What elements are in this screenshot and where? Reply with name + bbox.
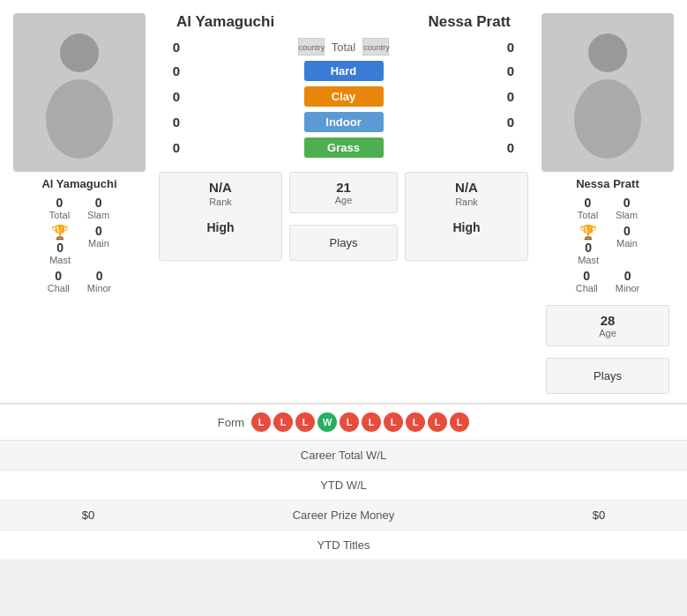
left-player-header-name: Al Yamaguchi — [176, 13, 274, 31]
indoor-surface-button[interactable]: Indoor — [304, 112, 384, 132]
ytd-titles-row: YTD Titles — [0, 531, 687, 560]
left-rank-label: Rank — [170, 197, 271, 207]
left-chall-stat: 0 Chall — [48, 269, 70, 293]
indoor-surface-btn-container: Indoor — [194, 112, 493, 132]
career-total-label: Career Total W/L — [163, 449, 524, 462]
left-country-flag: country — [298, 38, 325, 56]
right-age-label: Age — [554, 328, 661, 338]
form-badge-9: L — [428, 412, 447, 432]
right-grass-score: 0 — [493, 140, 528, 155]
right-player-header-name: Nessa Pratt — [428, 13, 511, 31]
left-total-score: 0 — [159, 40, 194, 55]
total-label: Total — [332, 41, 355, 54]
left-info-box: N/A Rank High — [159, 172, 282, 261]
ytd-titles-label: YTD Titles — [163, 538, 524, 552]
left-hard-score: 0 — [159, 63, 194, 78]
form-badges-container: L L L W L L L L L L — [251, 412, 469, 432]
right-total-score: 0 — [493, 40, 528, 55]
clay-surface-button[interactable]: Clay — [304, 86, 384, 107]
center-age-value: 21 — [297, 180, 390, 195]
right-minor-stat: 0 Minor — [616, 269, 640, 293]
right-age-value: 28 — [554, 313, 661, 328]
form-text-label: Form — [218, 416, 244, 429]
career-total-row: Career Total W/L — [0, 441, 687, 471]
right-player-name: Nessa Pratt — [576, 177, 639, 190]
center-age-box: 21 Age — [289, 172, 398, 213]
form-row: Form L L L W L L L L L L — [0, 404, 687, 441]
hard-surface-btn-container: Hard — [194, 61, 493, 81]
form-badge-3: L — [295, 412, 315, 432]
form-badge-10: L — [450, 412, 469, 432]
right-info-box: N/A Rank High — [405, 172, 528, 261]
right-slam-stat: 0 Slam — [616, 196, 638, 220]
svg-point-0 — [60, 33, 99, 72]
form-badge-1: L — [251, 412, 271, 432]
clay-surface-btn-container: Clay — [194, 86, 493, 107]
form-badge-5: L — [340, 412, 359, 432]
total-score-row: 0 country Total country 0 — [159, 38, 528, 56]
center-plays-box: Plays — [289, 225, 398, 261]
right-player-avatar — [541, 13, 674, 172]
svg-point-3 — [574, 79, 641, 159]
center-age-label: Age — [297, 195, 390, 205]
prize-money-row: $0 Career Prize Money $0 — [0, 501, 687, 531]
page-container: Al Yamaguchi 0 Total 0 Slam 🏆 0 Mast — [0, 0, 687, 560]
left-player-block: Al Yamaguchi 0 Total 0 Slam 🏆 0 Mast — [4, 13, 154, 394]
clay-score-row: 0 Clay 0 — [159, 86, 528, 107]
players-comparison: Al Yamaguchi 0 Total 0 Slam 🏆 0 Mast — [0, 0, 687, 403]
form-label: Form L L L W L L L L L L — [163, 412, 524, 432]
svg-point-1 — [46, 79, 113, 159]
form-badge-2: L — [273, 412, 293, 432]
left-slam-stat: 0 Slam — [87, 196, 109, 220]
right-rank-value: N/A — [416, 180, 517, 195]
form-badge-7: L — [384, 412, 403, 432]
grass-score-row: 0 Grass 0 — [159, 137, 528, 158]
left-minor-stat: 0 Minor — [87, 269, 112, 293]
right-clay-score: 0 — [493, 89, 528, 104]
left-main-stat: 0 Main — [88, 224, 109, 265]
right-chall-stat: 0 Chall — [576, 269, 598, 293]
right-player-block: Nessa Pratt 0 Total 0 Slam 🏆 0 Mast — [533, 13, 683, 394]
left-player-avatar — [13, 13, 146, 172]
right-country-flag: country — [362, 38, 389, 56]
right-main-stat: 0 Main — [616, 224, 638, 265]
player-header-names: Al Yamaguchi Nessa Pratt — [159, 13, 528, 31]
left-rank-value: N/A — [170, 180, 271, 195]
right-high-value: High — [416, 220, 517, 234]
prize-money-label: Career Prize Money — [163, 508, 524, 522]
left-player-name: Al Yamaguchi — [41, 177, 116, 190]
left-total-stat: 0 Total — [49, 196, 70, 220]
left-indoor-score: 0 — [159, 115, 194, 130]
hard-surface-button[interactable]: Hard — [304, 61, 384, 81]
right-rank-label: Rank — [416, 197, 517, 207]
right-age-box: 28 Age — [546, 305, 669, 346]
form-badge-6: L — [362, 412, 381, 432]
prize-money-right: $0 — [524, 508, 674, 522]
right-plays-box: Plays — [546, 358, 669, 394]
form-badge-4: W — [317, 412, 337, 432]
left-mast-stat: 🏆 0 Mast — [49, 224, 71, 265]
ytd-wl-label: YTD W/L — [163, 479, 524, 492]
right-trophy-icon: 🏆 — [579, 224, 597, 241]
center-block: Al Yamaguchi Nessa Pratt 0 country Total… — [159, 13, 528, 394]
center-plays-label: Plays — [301, 236, 386, 249]
indoor-score-row: 0 Indoor 0 — [159, 112, 528, 132]
left-high-value: High — [170, 220, 271, 234]
grass-surface-button[interactable]: Grass — [304, 137, 384, 158]
ytd-wl-row: YTD W/L — [0, 471, 687, 501]
bottom-stats-section: Form L L L W L L L L L L — [0, 404, 687, 560]
prize-money-left: $0 — [13, 508, 163, 522]
right-hard-score: 0 — [493, 63, 528, 78]
right-plays-label: Plays — [557, 369, 658, 382]
grass-surface-btn-container: Grass — [194, 137, 493, 158]
left-clay-score: 0 — [159, 89, 194, 104]
svg-point-2 — [588, 33, 627, 72]
right-mast-stat: 🏆 0 Mast — [578, 224, 599, 265]
right-indoor-score: 0 — [493, 115, 528, 130]
right-total-stat: 0 Total — [578, 196, 598, 220]
hard-score-row: 0 Hard 0 — [159, 61, 528, 81]
left-trophy-icon: 🏆 — [51, 224, 69, 241]
left-grass-score: 0 — [159, 140, 194, 155]
form-badge-8: L — [406, 412, 425, 432]
